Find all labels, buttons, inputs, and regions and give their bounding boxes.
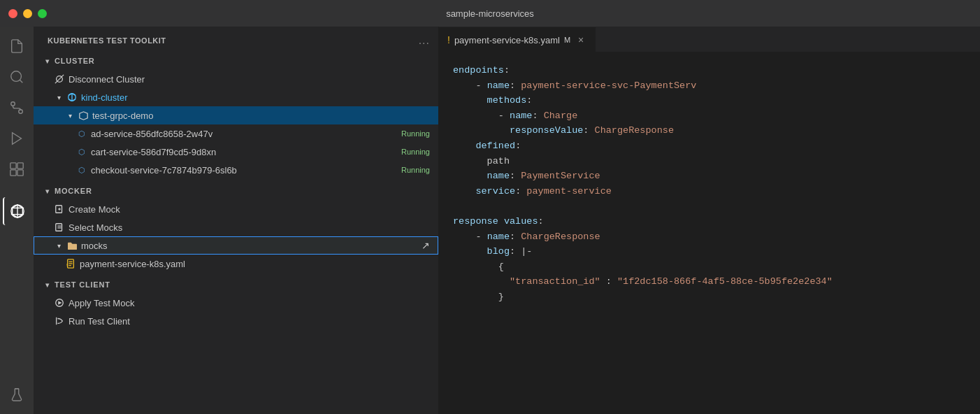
yaml-file-icon: ! xyxy=(64,257,77,270)
namespace-item[interactable]: ▾ test-grpc-demo xyxy=(34,106,438,124)
mocker-label: MOCKER xyxy=(55,187,92,195)
sidebar-header: KUBERNETES TEST TOOLKIT ... xyxy=(34,27,438,52)
svg-rect-6 xyxy=(17,163,23,169)
cart-service-label: cart-service-586d7f9cd5-9d8xn xyxy=(91,147,397,157)
kubernetes-icon[interactable] xyxy=(3,197,31,225)
cart-service-item[interactable]: ⬡ cart-service-586d7f9cd5-9d8xn Running xyxy=(34,143,438,161)
apply-test-mock-item[interactable]: Apply Test Mock xyxy=(34,294,438,312)
run-debug-icon[interactable] xyxy=(3,124,31,152)
ad-service-status: Running xyxy=(401,129,430,138)
svg-point-0 xyxy=(11,71,22,82)
code-editor[interactable]: endpoints: - name: payment-service-svc-P… xyxy=(439,52,980,414)
tab-modified-indicator: M xyxy=(564,36,570,44)
code-line-3: methods: xyxy=(453,93,966,108)
code-line-6: defined: xyxy=(453,138,966,154)
code-line-8: name: PaymentService xyxy=(453,169,966,184)
kind-cluster-item[interactable]: ▾ kind-cluster xyxy=(34,88,438,106)
kind-cluster-label: kind-cluster xyxy=(81,92,430,103)
disconnect-cluster-item[interactable]: Disconnect Cluster xyxy=(34,70,438,88)
svg-marker-4 xyxy=(13,133,22,145)
code-line-14: { xyxy=(453,259,966,275)
sidebar-title: KUBERNETES TEST TOOLKIT xyxy=(48,36,166,45)
code-line-13: blog: |- xyxy=(453,244,966,259)
namespace-icon xyxy=(77,109,89,122)
tab-bar: ! payment-service-k8s.yaml M × xyxy=(439,27,980,52)
run-test-icon xyxy=(53,315,66,327)
sidebar-content: ▾ CLUSTER Disconnect Cluster ▾ xyxy=(34,52,438,414)
code-line-9: service: payment-service xyxy=(453,184,966,199)
maximize-button[interactable] xyxy=(38,9,47,18)
sidebar: KUBERNETES TEST TOOLKIT ... ▾ CLUSTER Di… xyxy=(34,27,439,414)
mock-file-label: payment-service-k8s.yaml xyxy=(80,259,430,269)
close-button[interactable] xyxy=(8,9,17,18)
cart-service-status: Running xyxy=(401,148,430,156)
code-line-11: response values: xyxy=(453,214,966,229)
active-tab[interactable]: ! payment-service-k8s.yaml M × xyxy=(439,27,596,52)
cluster-section-header[interactable]: ▾ CLUSTER xyxy=(34,52,438,70)
editor-area: ! payment-service-k8s.yaml M × endpoints… xyxy=(439,27,980,414)
code-line-12: - name: ChargeResponse xyxy=(453,229,966,245)
svg-rect-21 xyxy=(56,224,62,231)
cluster-icon xyxy=(66,91,78,104)
mock-file-item[interactable]: ! payment-service-k8s.yaml xyxy=(34,255,438,273)
svg-text:!: ! xyxy=(66,262,68,267)
code-line-16: } xyxy=(453,290,966,305)
namespace-chevron: ▾ xyxy=(64,110,75,121)
run-test-client-item[interactable]: Run Test Client xyxy=(34,312,438,330)
pod-icon-2: ⬡ xyxy=(75,145,88,158)
run-test-client-label: Run Test Client xyxy=(69,316,430,327)
kind-cluster-chevron: ▾ xyxy=(53,92,64,103)
code-line-7: path xyxy=(453,154,966,169)
code-line-15: "transaction_id" : "1f2dc158-866f-4af5-8… xyxy=(453,274,966,290)
titlebar: sample-microservices xyxy=(0,0,980,27)
code-line-2: - name: payment-service-svc-PaymentServ xyxy=(453,78,966,94)
tab-warn-icon: ! xyxy=(447,34,450,45)
svg-marker-30 xyxy=(58,301,62,304)
select-mocks-icon xyxy=(53,221,66,234)
disconnect-icon xyxy=(53,73,66,85)
ad-service-item[interactable]: ⬡ ad-service-856dfc8658-2w47v Running xyxy=(34,124,438,143)
disconnect-cluster-label: Disconnect Cluster xyxy=(69,74,430,85)
activity-bar xyxy=(0,27,34,414)
folder-icon xyxy=(66,239,78,252)
svg-rect-5 xyxy=(10,163,16,169)
tab-filename: payment-service-k8s.yaml xyxy=(454,35,560,45)
mocks-folder-label: mocks xyxy=(81,241,421,251)
window-title: sample-microservices xyxy=(446,8,534,19)
files-icon[interactable] xyxy=(3,32,31,60)
namespace-label: test-grpc-demo xyxy=(92,110,430,121)
cluster-chevron: ▾ xyxy=(42,55,53,66)
sidebar-more-button[interactable]: ... xyxy=(419,34,430,47)
window-controls xyxy=(8,9,47,18)
svg-rect-8 xyxy=(17,170,23,176)
mocker-section-header[interactable]: ▾ MOCKER xyxy=(34,182,438,200)
checkout-service-item[interactable]: ⬡ checkout-service-7c7874b979-6sl6b Runn… xyxy=(34,161,438,179)
source-control-icon[interactable] xyxy=(3,94,31,122)
create-mock-item[interactable]: Create Mock xyxy=(34,200,438,218)
code-line-5: responseValue: ChargeResponse xyxy=(453,123,966,138)
cursor-icon: ↗ xyxy=(421,240,430,251)
pod-icon-3: ⬡ xyxy=(75,164,88,176)
test-client-label: TEST CLIENT xyxy=(55,280,110,289)
select-mocks-item[interactable]: Select Mocks xyxy=(34,218,438,236)
create-mock-label: Create Mock xyxy=(69,204,430,215)
main-layout: KUBERNETES TEST TOOLKIT ... ▾ CLUSTER Di… xyxy=(0,27,980,414)
test-client-chevron: ▾ xyxy=(42,279,53,290)
svg-rect-7 xyxy=(10,170,16,176)
create-mock-icon xyxy=(53,203,66,215)
svg-point-3 xyxy=(11,102,15,106)
mocks-folder-item[interactable]: ▾ mocks ↗ xyxy=(34,236,438,255)
extensions-icon[interactable] xyxy=(3,155,31,183)
test-client-section-header[interactable]: ▾ TEST CLIENT xyxy=(34,276,438,294)
flask-icon[interactable] xyxy=(3,380,31,408)
ad-service-label: ad-service-856dfc8658-2w47v xyxy=(91,129,397,139)
code-line-1: endpoints: xyxy=(453,63,966,78)
search-icon[interactable] xyxy=(3,63,31,91)
checkout-service-label: checkout-service-7c7874b979-6sl6b xyxy=(91,165,397,176)
tab-close-button[interactable]: × xyxy=(575,34,587,46)
code-line-4: - name: Charge xyxy=(453,108,966,124)
code-line-10 xyxy=(453,199,966,214)
select-mocks-label: Select Mocks xyxy=(69,222,430,233)
mocks-folder-chevron: ▾ xyxy=(53,240,64,251)
minimize-button[interactable] xyxy=(23,9,32,18)
